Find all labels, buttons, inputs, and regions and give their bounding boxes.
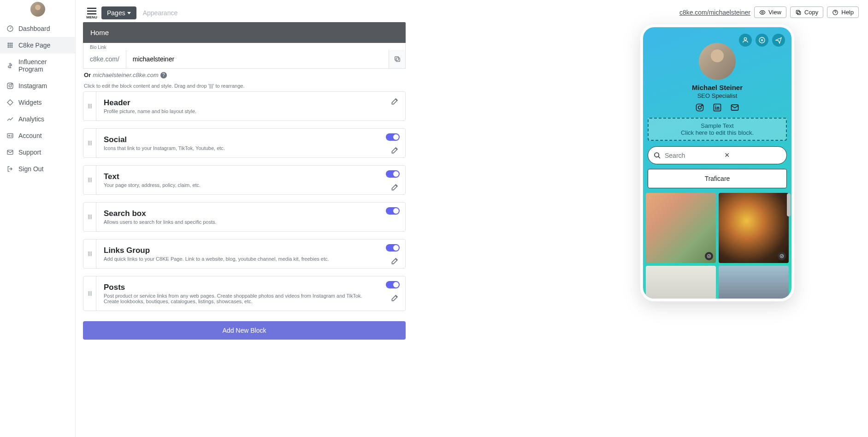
block-title: Links Group [104,246,398,255]
svg-point-12 [12,84,12,84]
block-posts[interactable]: PostsPost product or service links from … [83,276,406,311]
svg-point-11 [9,84,11,87]
block-desc: Your page story, address, policy, claim,… [104,182,376,188]
block-toggle[interactable] [386,244,400,251]
edit-block-button[interactable] [390,182,400,193]
block-desc: Profile picture, name and bio layout sty… [104,108,376,114]
drag-handle[interactable] [83,166,96,194]
block-toggle[interactable] [386,133,400,141]
edit-block-button[interactable] [390,293,400,304]
block-search-box[interactable]: Search boxAllows users to search for lin… [83,202,406,232]
block-social[interactable]: SocialIcons that link to your Instagram,… [83,128,406,158]
grid-icon [6,42,14,49]
preview-avatar [699,43,736,80]
drag-handle[interactable] [83,129,96,157]
gauge-icon [6,25,14,32]
preview-posts-grid [643,193,791,299]
preview-toolbar: c8ke.com/michaelsteiner View Copy Help [679,6,859,18]
user-avatar[interactable] [0,2,75,20]
tab-appearance[interactable]: Appearance [137,6,183,19]
preview-text-block[interactable]: Sample Text Click here to edit this bloc… [648,118,787,141]
svg-point-5 [10,45,11,46]
sidebar-item-support[interactable]: Support [0,144,75,161]
block-toggle[interactable] [386,207,400,215]
svg-rect-16 [396,58,400,61]
chart-icon [6,115,14,123]
sidebar-item-sign-out[interactable]: Sign Out [0,161,75,177]
block-desc: Icons that link to your Instagram, TikTo… [104,145,376,151]
preview-post[interactable] [646,193,716,263]
chevron-down-icon [127,12,131,14]
drag-handle[interactable] [83,276,96,311]
phone-preview: Michael Steiner SEO Specialist Sample Te… [640,24,794,301]
bio-link-input[interactable] [126,50,389,68]
preview-post[interactable] [719,266,789,299]
block-toggle[interactable] [386,170,400,178]
or-label: Or [84,72,91,78]
drag-handle[interactable] [83,203,96,231]
sidebar-item-widgets[interactable]: Widgets [0,94,75,111]
copy-button[interactable]: Copy [790,6,823,18]
sidebar-item-label: Account [18,132,42,139]
preview-search[interactable]: Search × [648,146,787,164]
copy-icon [795,9,802,16]
preview-user-icon[interactable] [739,34,752,47]
copy-icon [394,55,401,63]
tab-pages[interactable]: Pages [101,6,136,19]
hamburger-icon [86,7,98,15]
sidebar-item-influencer-program[interactable]: Influencer Program [0,54,75,78]
instagram-icon[interactable] [695,103,704,112]
mail-icon[interactable] [730,103,739,112]
sidebar-item-label: Analytics [18,115,44,123]
preview-post[interactable] [646,266,716,299]
help-icon[interactable]: ? [160,72,167,78]
preview-link-button[interactable]: Traficare [648,169,787,188]
sidebar-item-c8ke-page[interactable]: C8ke Page [0,37,75,54]
edit-block-button[interactable] [390,256,400,267]
menu-label: MENU [86,15,97,19]
block-header[interactable]: HeaderProfile picture, name and bio layo… [83,91,406,121]
compass-icon [778,252,786,260]
drag-handle[interactable] [83,239,96,268]
svg-point-9 [12,47,12,48]
svg-point-1 [8,43,9,44]
sidebar: Dashboard C8ke Page Influencer Program I… [0,0,76,437]
block-toggle[interactable] [386,281,400,288]
bio-link-prefix: c8ke.com/ [83,50,126,68]
logout-icon [6,165,14,173]
svg-rect-19 [797,11,801,14]
search-icon [654,152,661,159]
preview-share-icon[interactable] [772,34,785,47]
menu-button[interactable]: MENU [83,7,100,19]
block-title: Social [104,135,398,144]
svg-point-7 [8,47,9,48]
svg-point-18 [762,12,763,13]
help-button[interactable]: Help [827,6,859,18]
block-links-group[interactable]: Links GroupAdd quick links to your C8KE … [83,239,406,269]
copy-bio-link-button[interactable] [389,50,405,68]
drag-handle[interactable] [83,92,96,120]
block-text[interactable]: TextYour page story, address, policy, cl… [83,165,406,195]
add-new-block-button[interactable]: Add New Block [83,321,406,340]
preview-add-icon[interactable] [756,34,768,47]
svg-point-25 [698,106,702,109]
clear-search-icon[interactable]: × [725,150,781,160]
sidebar-item-analytics[interactable]: Analytics [0,111,75,127]
sidebar-item-account[interactable]: Account [0,127,75,144]
preview-post[interactable] [719,193,789,263]
linkedin-icon[interactable] [713,103,722,112]
sidebar-item-dashboard[interactable]: Dashboard [0,20,75,37]
mail-icon [6,149,14,156]
sidebar-item-label: Support [18,149,41,156]
public-url-link[interactable]: c8ke.com/michaelsteiner [679,9,750,16]
scrollbar[interactable] [787,193,791,216]
view-button[interactable]: View [754,6,786,18]
search-placeholder: Search [665,152,721,159]
sidebar-item-instagram[interactable]: Instagram [0,78,75,94]
instagram-icon [6,82,14,90]
edit-block-button[interactable] [390,96,400,108]
alt-domain[interactable]: michaelsteiner.c8ke.com [93,72,159,78]
button-label: Help [841,9,854,16]
edit-block-button[interactable] [390,145,400,156]
tab-label: Pages [107,9,125,17]
